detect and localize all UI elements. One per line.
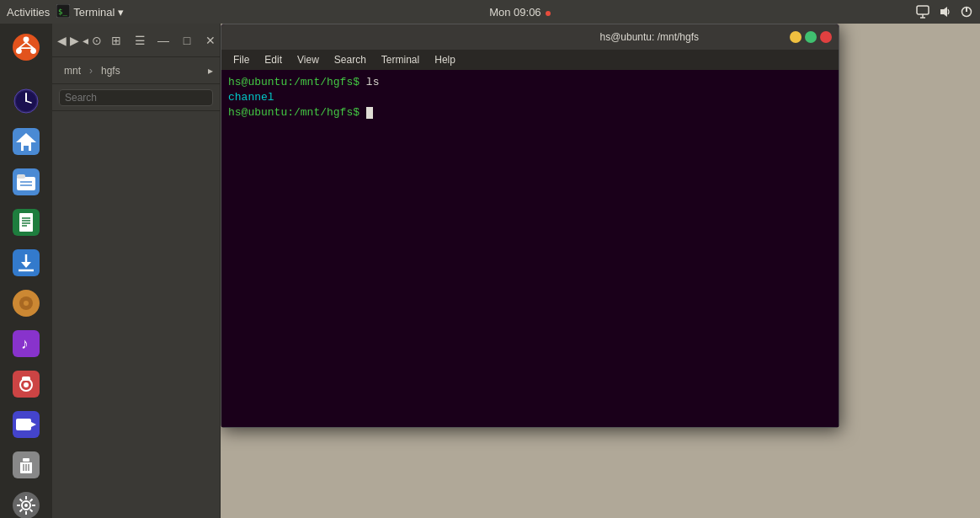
activities-button[interactable]: Activities — [7, 6, 50, 19]
power-tray-icon[interactable] — [960, 5, 973, 19]
terminal-line-3: hs@ubuntu:/mnt/hgfs$ — [228, 105, 832, 120]
dock-icon-clock[interactable] — [8, 83, 45, 120]
topbar-clock[interactable]: Mon 09:06 — [489, 6, 551, 19]
dock: ♪ — [0, 24, 52, 518]
forward-button[interactable]: ▶ — [70, 29, 79, 51]
menu-file[interactable]: File — [226, 52, 256, 67]
terminal-line-1: hs@ubuntu:/mnt/hgfs$ ls — [228, 75, 832, 90]
prev-button[interactable]: ◂ — [83, 29, 88, 51]
window-controls: — □ ✕ — [790, 31, 832, 43]
file-panel-toolbar: ◀ ▶ ◂ ⊙ ⊞ ☰ — □ ✕ — [52, 24, 220, 57]
menu-help[interactable]: Help — [428, 52, 462, 67]
svg-text:$_: $_ — [58, 8, 67, 16]
network-tray-icon[interactable] — [916, 5, 929, 19]
clock-time: Mon 09:06 — [489, 6, 541, 19]
app-menu-arrow: ▾ — [118, 6, 124, 19]
volume-tray-icon[interactable] — [938, 5, 951, 19]
svg-point-42 — [24, 382, 29, 387]
dock-icon-trash[interactable] — [8, 446, 45, 483]
list-view-button[interactable]: ☰ — [129, 29, 151, 51]
svg-point-10 — [30, 48, 36, 54]
svg-rect-2 — [917, 6, 929, 14]
panel-maximize-button[interactable]: □ — [176, 29, 198, 51]
svg-point-37 — [24, 301, 29, 306]
dock-icon-files[interactable] — [8, 163, 45, 200]
topbar-right — [916, 5, 973, 19]
dock-icon-settings[interactable] — [8, 487, 45, 518]
notification-dot — [546, 11, 551, 16]
search-input[interactable] — [59, 89, 213, 106]
menu-edit[interactable]: Edit — [258, 52, 289, 67]
dock-icon-video[interactable] — [8, 406, 45, 443]
terminal-dir-output: channel — [228, 91, 274, 104]
svg-point-11 — [16, 48, 22, 54]
svg-rect-43 — [22, 376, 30, 381]
terminal-menubar: File Edit View Search Terminal Help — [221, 50, 839, 70]
terminal-title: hs@ubuntu: /mnt/hgfs — [509, 31, 791, 43]
svg-rect-26 — [19, 213, 33, 232]
terminal-window[interactable]: hs@ubuntu: /mnt/hgfs — □ ✕ File Edit Vie… — [221, 24, 839, 428]
svg-rect-50 — [23, 458, 29, 462]
ubuntu-logo — [13, 34, 40, 61]
window-maximize-button[interactable]: □ — [805, 31, 817, 43]
search-bar — [52, 84, 220, 111]
breadcrumb: mnt › hgfs ▸ — [52, 57, 220, 84]
breadcrumb-separator: › — [89, 65, 93, 77]
back-button[interactable]: ◀ — [57, 29, 67, 51]
file-panel-content — [52, 111, 220, 518]
svg-rect-45 — [16, 419, 31, 430]
svg-point-56 — [24, 504, 28, 507]
app-menu[interactable]: $_ Terminal ▾ — [56, 4, 124, 20]
file-manager-panel: ◀ ▶ ◂ ⊙ ⊞ ☰ — □ ✕ mnt › hgfs ▸ — [52, 24, 221, 518]
dock-icon-music[interactable]: ♪ — [8, 325, 45, 362]
breadcrumb-next[interactable]: ▸ — [208, 65, 213, 77]
svg-rect-21 — [17, 177, 35, 190]
terminal-prompt-1: hs@ubuntu:/mnt/hgfs$ — [228, 76, 360, 88]
terminal-prompt-2: hs@ubuntu:/mnt/hgfs$ — [228, 106, 360, 119]
dock-icon-libreoffice-writer[interactable] — [8, 204, 45, 241]
panel-minimize-button[interactable]: — — [152, 29, 174, 51]
menu-terminal[interactable]: Terminal — [375, 52, 426, 67]
svg-text:♪: ♪ — [21, 335, 29, 352]
desktop: hs@ubuntu: /mnt/hgfs — □ ✕ File Edit Vie… — [221, 24, 980, 518]
fp-right-icons: ⊞ ☰ — □ ✕ — [105, 29, 221, 51]
panel-close-button[interactable]: ✕ — [200, 29, 221, 51]
svg-rect-19 — [24, 146, 29, 151]
grid-view-button[interactable]: ⊞ — [105, 29, 127, 51]
svg-marker-5 — [940, 7, 947, 17]
svg-rect-22 — [17, 174, 25, 179]
dock-icon-screenshot[interactable] — [8, 366, 45, 403]
menu-search[interactable]: Search — [328, 52, 373, 67]
topbar: Activities $_ Terminal ▾ Mon 09:06 — [0, 0, 980, 24]
window-close-button[interactable]: ✕ — [820, 31, 832, 43]
dock-icon-download[interactable] — [8, 244, 45, 281]
breadcrumb-hgfs[interactable]: hgfs — [96, 63, 125, 78]
breadcrumb-mnt[interactable]: mnt — [59, 63, 86, 78]
main-area: ♪ — [0, 24, 980, 518]
terminal-line-2: channel — [228, 90, 832, 105]
dock-icon-home[interactable] — [8, 123, 45, 160]
terminal-command-1: ls — [366, 76, 380, 88]
location-icon-btn[interactable]: ⊙ — [92, 29, 102, 51]
dock-icon-audio[interactable] — [8, 285, 45, 322]
dock-ubuntu-logo[interactable] — [8, 29, 45, 66]
window-minimize-button[interactable]: — — [790, 31, 802, 43]
terminal-cursor — [366, 107, 373, 119]
terminal-content[interactable]: hs@ubuntu:/mnt/hgfs$ ls channel hs@ubunt… — [221, 70, 839, 427]
app-name-label: Terminal — [73, 6, 115, 19]
terminal-titlebar: hs@ubuntu: /mnt/hgfs — □ ✕ — [221, 24, 839, 50]
menu-view[interactable]: View — [290, 52, 326, 67]
topbar-left: Activities $_ Terminal ▾ — [7, 4, 124, 20]
terminal-menu-icon: $_ — [56, 4, 70, 20]
